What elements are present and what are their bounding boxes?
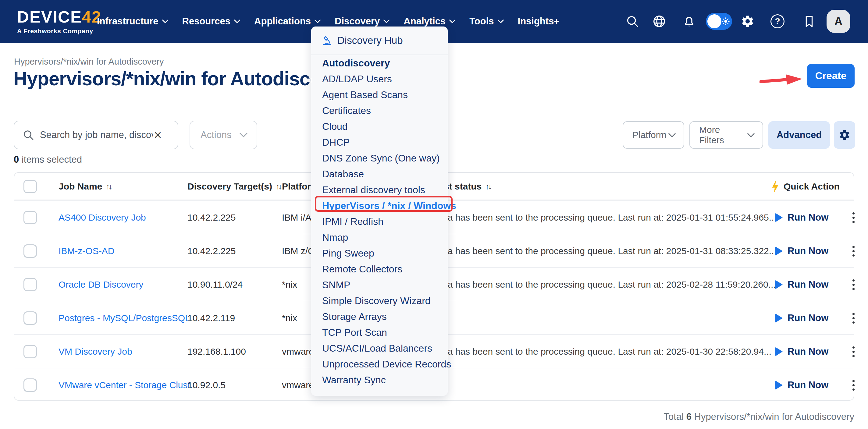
menu-item-ipmi-redfish[interactable]: IPMI / Redfish <box>311 213 448 229</box>
menu-item-cloud[interactable]: Cloud <box>311 119 448 134</box>
menu-list: Autodiscovery AD/LDAP Users Agent Based … <box>311 55 448 388</box>
nav-discovery[interactable]: Discovery <box>335 16 390 27</box>
row-checkbox[interactable] <box>24 345 37 358</box>
globe-icon[interactable] <box>652 14 666 28</box>
chevron-down-icon <box>234 20 240 23</box>
table-settings-button[interactable] <box>834 121 855 149</box>
avatar[interactable]: A <box>827 10 850 33</box>
job-name-link[interactable]: VM Discovery Job <box>59 335 132 368</box>
chevron-down-icon <box>383 20 390 23</box>
menu-item-tcp-port-scan[interactable]: TCP Port Scan <box>311 325 448 340</box>
row-menu-button[interactable] <box>852 301 855 335</box>
job-name-link[interactable]: VMware vCenter - Storage Clust... <box>59 368 198 402</box>
create-button[interactable]: Create <box>807 64 855 88</box>
row-menu-button[interactable] <box>852 368 855 402</box>
discovery-menu: Discovery Hub Autodiscovery AD/LDAP User… <box>311 27 448 396</box>
menu-item-database[interactable]: Database <box>311 166 448 182</box>
menu-item-remote-collectors[interactable]: Remote Collectors <box>311 261 448 277</box>
row-checkbox-cell <box>24 335 37 368</box>
nav-insights[interactable]: Insights+ <box>518 16 560 27</box>
menu-item-certificates[interactable]: Certificates <box>311 103 448 119</box>
run-now-button[interactable]: Run Now <box>775 301 828 335</box>
chevron-down-icon <box>747 133 755 137</box>
menu-item-agent-based-scans[interactable]: Agent Based Scans <box>311 87 448 103</box>
menu-item-dns-zone-sync[interactable]: DNS Zone Sync (One way) <box>311 150 448 166</box>
row-checkbox[interactable] <box>24 211 37 224</box>
discovery-target: 192.168.1.100 <box>187 335 246 368</box>
row-checkbox[interactable] <box>24 311 37 325</box>
search-icon[interactable] <box>625 14 640 28</box>
select-all-checkbox[interactable] <box>24 180 37 193</box>
chevron-down-icon <box>669 133 676 137</box>
run-now-button[interactable]: Run Now <box>775 368 828 402</box>
select-all-checkbox-cell <box>24 173 37 200</box>
theme-toggle[interactable] <box>706 13 732 30</box>
run-now-button[interactable]: Run Now <box>775 234 828 268</box>
row-menu-button[interactable] <box>852 268 855 301</box>
row-checkbox[interactable] <box>24 378 37 392</box>
menu-item-simple-discovery-wizard[interactable]: Simple Discovery Wizard <box>311 293 448 309</box>
platform-filter[interactable]: Platform <box>623 121 684 149</box>
more-filters-dropdown[interactable]: More Filters <box>689 121 763 149</box>
microscope-icon <box>321 35 333 46</box>
menu-item-unprocessed-device-records[interactable]: Unprocessed Device Records <box>311 356 448 372</box>
selected-count: 0 items selected <box>14 154 82 165</box>
clear-search-icon[interactable]: × <box>154 128 162 142</box>
job-name-link[interactable]: Postgres - MySQL/PostgresSQL <box>59 301 190 335</box>
menu-item-snmp[interactable]: SNMP <box>311 277 448 293</box>
chevron-down-icon <box>240 133 247 137</box>
job-name-link[interactable]: AS400 Discovery Job <box>59 201 146 234</box>
job-name-link[interactable]: Oracle DB Discovery <box>59 268 143 301</box>
help-icon[interactable]: ? <box>771 14 784 28</box>
menu-item-nmap[interactable]: Nmap <box>311 229 448 245</box>
sun-icon <box>721 17 730 27</box>
run-now-button[interactable]: Run Now <box>775 201 828 234</box>
page-title: Hypervisors/*nix/win for Autodiscovery <box>13 68 360 90</box>
menu-item-dhcp[interactable]: DHCP <box>311 134 448 150</box>
row-checkbox-cell <box>24 368 37 402</box>
nav-tools[interactable]: Tools <box>469 16 503 27</box>
bookmark-icon[interactable] <box>802 14 816 28</box>
nav-resources[interactable]: Resources <box>182 16 241 27</box>
row-checkbox-cell <box>24 268 37 301</box>
last-status: Data has been sent to the processing que… <box>433 234 777 268</box>
chevron-down-icon <box>498 20 504 23</box>
row-menu-button[interactable] <box>852 335 855 368</box>
chevron-down-icon <box>162 20 168 23</box>
menu-item-discovery-hub[interactable]: Discovery Hub <box>311 27 448 55</box>
nav-infrastructure[interactable]: Infrastructure <box>97 16 168 27</box>
advanced-button[interactable]: Advanced <box>768 121 830 149</box>
actions-dropdown[interactable]: Actions <box>190 121 257 149</box>
logo-tagline: A Freshworks Company <box>17 27 101 35</box>
sort-icon[interactable]: ↑↓ <box>276 182 281 191</box>
play-icon <box>775 381 783 390</box>
run-now-button[interactable]: Run Now <box>775 335 828 368</box>
run-now-button[interactable]: Run Now <box>775 268 828 301</box>
col-job-name[interactable]: Job Name↑↓ <box>59 173 111 200</box>
row-checkbox[interactable] <box>24 278 37 291</box>
menu-item-storage-arrays[interactable]: Storage Arrays <box>311 309 448 325</box>
search-input[interactable] <box>40 130 153 140</box>
annotation-arrow <box>760 71 805 90</box>
gear-icon[interactable] <box>741 14 755 28</box>
menu-item-ping-sweep[interactable]: Ping Sweep <box>311 245 448 261</box>
device42-logo[interactable]: DEVICE42 A Freshworks Company <box>17 8 101 35</box>
menu-item-hypervisors-nix-windows[interactable]: HyperVisors / *nix / Windows <box>311 198 448 213</box>
nav-analytics[interactable]: Analytics <box>404 16 455 27</box>
discovery-target: 10.42.2.225 <box>187 201 236 234</box>
sort-icon[interactable]: ↑↓ <box>106 182 111 191</box>
lightning-icon <box>771 180 780 193</box>
menu-item-external-discovery-tools[interactable]: External discovery tools <box>311 182 448 198</box>
col-discovery-target[interactable]: Discovery Target(s)↑↓ <box>187 173 281 200</box>
job-name-link[interactable]: IBM-z-OS-AD <box>59 234 114 268</box>
row-menu-button[interactable] <box>852 234 855 268</box>
menu-item-ad-ldap-users[interactable]: AD/LDAP Users <box>311 71 448 87</box>
menu-item-warranty-sync[interactable]: Warranty Sync <box>311 372 448 388</box>
row-menu-button[interactable] <box>852 201 855 234</box>
discovery-target: 10.92.0.5 <box>187 368 225 402</box>
bell-icon[interactable] <box>682 14 696 28</box>
menu-item-ucs-aci-load-balancers[interactable]: UCS/ACI/Load Balancers <box>311 340 448 356</box>
row-checkbox[interactable] <box>24 244 37 258</box>
sort-icon[interactable]: ↑↓ <box>485 182 490 191</box>
nav-applications[interactable]: Applications <box>254 16 321 27</box>
